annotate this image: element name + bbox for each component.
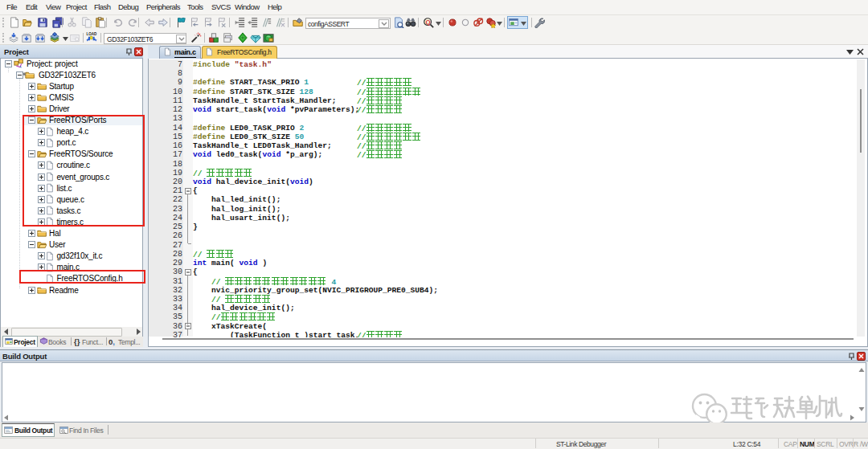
svg-text:LOAD: LOAD	[86, 32, 97, 36]
svg-text:Q: Q	[426, 18, 431, 26]
